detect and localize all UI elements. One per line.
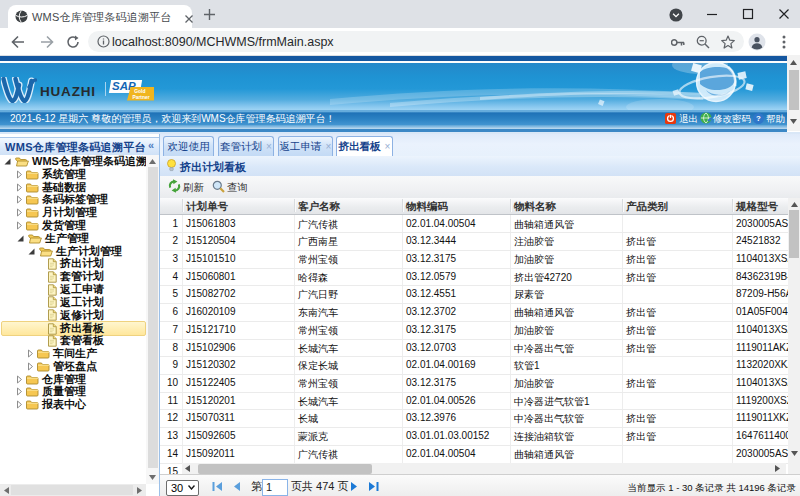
svg-text:Gold: Gold bbox=[134, 89, 145, 94]
svg-text:?: ? bbox=[756, 114, 761, 123]
svg-text:Partner: Partner bbox=[132, 95, 149, 100]
